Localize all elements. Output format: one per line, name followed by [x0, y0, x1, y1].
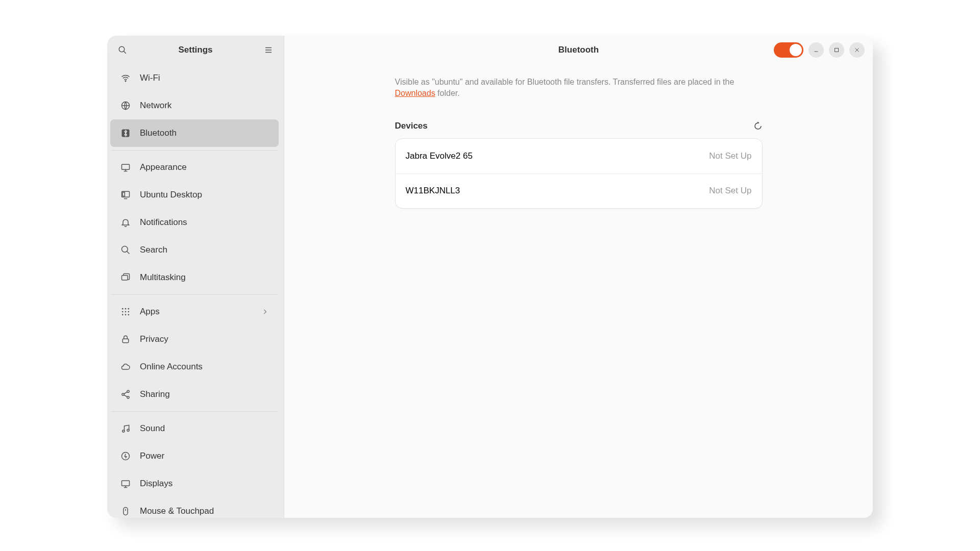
sidebar-list[interactable]: Wi-Fi Network Bluetooth App	[107, 64, 284, 518]
divider	[111, 150, 278, 151]
search-button[interactable]	[114, 42, 131, 58]
divider	[111, 294, 278, 295]
sidebar-item-label: Sharing	[140, 389, 170, 399]
sidebar-item-label: Privacy	[140, 334, 168, 344]
bluetooth-toggle[interactable]	[774, 42, 803, 58]
minimize-button[interactable]	[808, 42, 824, 58]
sidebar-item-online-accounts[interactable]: Online Accounts	[110, 353, 279, 381]
svg-rect-35	[122, 481, 130, 486]
sidebar-item-label: Notifications	[140, 217, 187, 228]
downloads-link[interactable]: Downloads	[395, 89, 435, 97]
chevron-right-icon	[261, 308, 268, 315]
toggle-knob	[790, 44, 802, 56]
svg-rect-38	[124, 508, 128, 515]
svg-point-17	[122, 308, 124, 310]
device-name: Jabra Evolve2 65	[406, 151, 473, 161]
sidebar-item-power[interactable]: Power	[110, 442, 279, 470]
svg-point-22	[128, 311, 130, 313]
sidebar-item-appearance[interactable]: Appearance	[110, 154, 279, 181]
svg-point-28	[122, 393, 124, 395]
refresh-button[interactable]	[753, 121, 763, 131]
svg-point-25	[128, 314, 130, 316]
divider	[111, 411, 278, 412]
sidebar-item-multitasking[interactable]: Multitasking	[110, 264, 279, 291]
cloud-icon	[120, 362, 131, 372]
devices-header: Devices	[395, 121, 763, 131]
sidebar-item-notifications[interactable]: Notifications	[110, 209, 279, 236]
close-icon	[854, 47, 860, 53]
sidebar-item-sound[interactable]: Sound	[110, 415, 279, 442]
multitasking-icon	[120, 272, 131, 283]
sidebar-item-label: Online Accounts	[140, 362, 203, 372]
sidebar-item-label: Power	[140, 451, 164, 461]
lock-icon	[120, 334, 131, 344]
sidebar-item-label: Apps	[140, 307, 160, 317]
wifi-icon	[120, 73, 131, 83]
svg-line-15	[127, 252, 130, 254]
svg-point-27	[127, 390, 129, 392]
sidebar-item-apps[interactable]: Apps	[110, 298, 279, 325]
svg-line-30	[124, 392, 127, 394]
sidebar-item-label: Appearance	[140, 162, 187, 172]
network-icon	[120, 101, 131, 111]
sidebar-item-label: Network	[140, 101, 172, 111]
sidebar-item-label: Wi-Fi	[140, 73, 160, 83]
sidebar-item-label: Mouse & Touchpad	[140, 506, 214, 516]
header-controls	[774, 42, 865, 58]
svg-line-31	[124, 395, 127, 397]
sidebar-item-mouse-touchpad[interactable]: Mouse & Touchpad	[110, 497, 279, 518]
mouse-icon	[120, 506, 131, 516]
svg-point-21	[125, 311, 127, 313]
main-body: Visible as "ubuntu" and available for Bl…	[284, 64, 873, 518]
search-icon	[118, 45, 127, 55]
sidebar-item-network[interactable]: Network	[110, 92, 279, 119]
svg-point-18	[125, 308, 127, 310]
sidebar-item-label: Ubuntu Desktop	[140, 190, 202, 200]
device-row[interactable]: Jabra Evolve2 65 Not Set Up	[396, 139, 762, 173]
sidebar-item-search[interactable]: Search	[110, 236, 279, 264]
sidebar-item-sharing[interactable]: Sharing	[110, 381, 279, 408]
svg-point-20	[122, 311, 124, 313]
svg-point-19	[128, 308, 130, 310]
content-inner: Visible as "ubuntu" and available for Bl…	[395, 77, 763, 209]
main-panel: Bluetooth Visible as "ubuntu" and	[284, 36, 873, 518]
svg-line-1	[124, 51, 126, 54]
svg-point-33	[127, 429, 129, 431]
svg-rect-8	[122, 164, 130, 169]
svg-rect-41	[835, 48, 839, 52]
device-status: Not Set Up	[709, 186, 751, 196]
device-row[interactable]: W11BKJNLL3 Not Set Up	[396, 173, 762, 208]
refresh-icon	[753, 121, 763, 131]
device-list: Jabra Evolve2 65 Not Set Up W11BKJNLL3 N…	[395, 138, 763, 209]
sidebar-item-label: Sound	[140, 423, 165, 434]
music-icon	[120, 423, 131, 434]
appearance-icon	[120, 162, 131, 172]
sidebar-item-label: Displays	[140, 479, 173, 489]
svg-rect-26	[122, 339, 129, 343]
svg-rect-12	[122, 192, 125, 196]
svg-point-29	[127, 396, 129, 398]
settings-window: Settings Wi-Fi Network	[107, 36, 873, 518]
sidebar-item-displays[interactable]: Displays	[110, 470, 279, 497]
apps-icon	[120, 307, 131, 317]
hamburger-button[interactable]	[260, 42, 277, 58]
maximize-button[interactable]	[829, 42, 844, 58]
svg-point-24	[125, 314, 127, 316]
bluetooth-icon	[120, 128, 131, 138]
sidebar-item-label: Bluetooth	[140, 128, 177, 138]
search-icon	[120, 245, 131, 255]
maximize-icon	[834, 47, 840, 53]
sidebar-item-wifi[interactable]: Wi-Fi	[110, 64, 279, 92]
close-button[interactable]	[849, 42, 865, 58]
sidebar-item-ubuntu-desktop[interactable]: Ubuntu Desktop	[110, 181, 279, 209]
main-header: Bluetooth	[284, 36, 873, 64]
device-name: W11BKJNLL3	[406, 186, 460, 196]
page-title: Bluetooth	[558, 45, 599, 55]
sidebar-item-bluetooth[interactable]: Bluetooth	[110, 119, 279, 147]
share-icon	[120, 389, 131, 399]
desktop-icon	[120, 190, 131, 200]
svg-point-0	[119, 46, 125, 52]
sidebar-item-privacy[interactable]: Privacy	[110, 325, 279, 353]
svg-point-14	[122, 246, 128, 253]
sidebar-title: Settings	[131, 45, 260, 55]
